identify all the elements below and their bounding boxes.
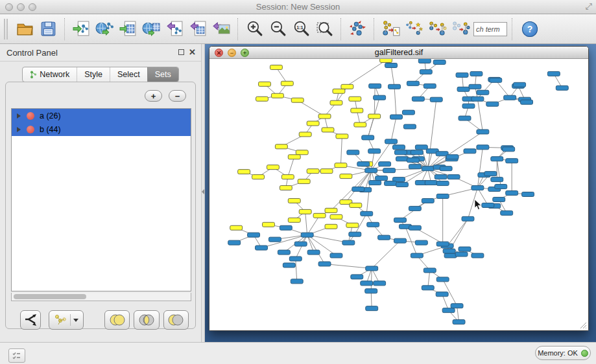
graph-node[interactable] xyxy=(336,134,348,139)
graph-node[interactable] xyxy=(288,218,300,222)
resize-grip-icon[interactable] xyxy=(578,321,587,329)
graph-node[interactable] xyxy=(280,186,292,190)
dropdown-caret-icon[interactable] xyxy=(73,319,78,322)
graph-node[interactable] xyxy=(459,247,471,251)
graph-node[interactable] xyxy=(390,115,403,119)
graph-node[interactable] xyxy=(435,175,447,179)
graph-edge[interactable] xyxy=(340,136,342,165)
graph-node[interactable] xyxy=(350,203,362,207)
graph-node[interactable] xyxy=(296,150,308,155)
graph-edge[interactable] xyxy=(296,235,307,259)
network-canvas[interactable] xyxy=(209,59,588,330)
graph-node[interactable] xyxy=(412,97,424,101)
graph-node[interactable] xyxy=(318,262,331,266)
toolbar-drag-handle[interactable] xyxy=(4,19,8,40)
graph-node[interactable] xyxy=(299,209,311,214)
graph-node[interactable] xyxy=(388,84,401,89)
graph-node[interactable] xyxy=(409,165,421,169)
graph-node[interactable] xyxy=(436,181,449,186)
graph-node[interactable] xyxy=(394,218,407,222)
remove-set-button[interactable]: − xyxy=(169,90,186,102)
graph-node[interactable] xyxy=(521,100,533,104)
graph-node[interactable] xyxy=(453,320,465,324)
graph-edge[interactable] xyxy=(428,100,436,168)
union-sets-button[interactable] xyxy=(104,310,130,330)
graph-node[interactable] xyxy=(352,187,364,192)
graph-node[interactable] xyxy=(514,82,526,87)
graph-node[interactable] xyxy=(318,114,331,119)
graph-node[interactable] xyxy=(477,90,489,95)
graph-node[interactable] xyxy=(522,192,534,197)
graph-node[interactable] xyxy=(280,225,292,230)
graph-node[interactable] xyxy=(275,144,287,149)
graph-node[interactable] xyxy=(422,286,434,290)
graph-node[interactable] xyxy=(322,128,334,132)
graph-node[interactable] xyxy=(342,240,355,245)
graph-node[interactable] xyxy=(368,149,381,154)
graph-node[interactable] xyxy=(433,60,446,64)
graph-node[interactable] xyxy=(230,225,243,230)
graph-edge[interactable] xyxy=(288,157,294,177)
graph-node[interactable] xyxy=(374,95,386,100)
graph-node[interactable] xyxy=(385,181,397,186)
tab-style[interactable]: Style xyxy=(77,67,110,82)
graph-node[interactable] xyxy=(333,89,345,93)
graph-node[interactable] xyxy=(471,97,484,101)
graph-node[interactable] xyxy=(403,124,416,129)
graph-node[interactable] xyxy=(369,84,381,88)
graph-edge[interactable] xyxy=(477,99,483,132)
graph-node[interactable] xyxy=(423,84,436,88)
network-frame-titlebar[interactable]: ✕ − + galFiltered.sif xyxy=(209,47,588,59)
graph-node[interactable] xyxy=(256,97,268,101)
graph-node[interactable] xyxy=(501,210,513,215)
graph-node[interactable] xyxy=(409,206,421,210)
horizontal-scrollbar[interactable] xyxy=(11,293,191,301)
graph-node[interactable] xyxy=(470,71,483,76)
graph-node[interactable] xyxy=(259,82,271,86)
apply-layout-button[interactable] xyxy=(346,17,369,41)
graph-edge[interactable] xyxy=(371,291,372,308)
graph-node[interactable] xyxy=(330,100,342,105)
graph-node[interactable] xyxy=(482,203,494,207)
export-network-button[interactable] xyxy=(163,17,186,41)
graph-node[interactable] xyxy=(440,166,452,171)
graph-node[interactable] xyxy=(294,242,307,246)
graph-node[interactable] xyxy=(436,242,449,246)
graph-node[interactable] xyxy=(267,165,279,170)
graph-node[interactable] xyxy=(252,175,265,179)
graph-node[interactable] xyxy=(477,130,489,134)
difference-sets-button[interactable] xyxy=(163,310,189,330)
graph-node[interactable] xyxy=(330,214,342,219)
graph-edge[interactable] xyxy=(374,86,375,117)
graph-node[interactable] xyxy=(351,108,363,113)
graph-node[interactable] xyxy=(361,211,373,216)
import-network-file-button[interactable] xyxy=(69,17,93,41)
tab-select[interactable]: Select xyxy=(110,67,147,82)
graph-edge[interactable] xyxy=(497,159,501,187)
graph-node[interactable] xyxy=(411,253,423,258)
graph-edge[interactable] xyxy=(307,235,325,264)
hide-selected-button[interactable] xyxy=(425,17,449,41)
task-history-button[interactable] xyxy=(8,348,25,363)
graph-node[interactable] xyxy=(270,65,282,69)
graph-node[interactable] xyxy=(451,304,463,308)
graph-node[interactable] xyxy=(271,93,283,98)
import-table-file-button[interactable] xyxy=(116,17,139,41)
graph-node[interactable] xyxy=(313,213,326,218)
graph-node[interactable] xyxy=(395,150,407,155)
graph-node[interactable] xyxy=(301,233,313,237)
graph-node[interactable] xyxy=(491,177,503,182)
graph-node[interactable] xyxy=(462,216,474,221)
graph-node[interactable] xyxy=(291,98,304,102)
graph-node[interactable] xyxy=(288,155,300,159)
graph-node[interactable] xyxy=(493,197,505,201)
open-session-button[interactable] xyxy=(13,17,36,41)
graph-node[interactable] xyxy=(238,170,250,174)
scrollbar-thumb[interactable] xyxy=(14,294,86,299)
graph-node[interactable] xyxy=(291,279,303,284)
graph-node[interactable] xyxy=(407,158,419,163)
graph-node[interactable] xyxy=(491,157,503,161)
graph-node[interactable] xyxy=(228,240,241,245)
graph-node[interactable] xyxy=(256,245,268,250)
graph-node[interactable] xyxy=(471,186,484,190)
